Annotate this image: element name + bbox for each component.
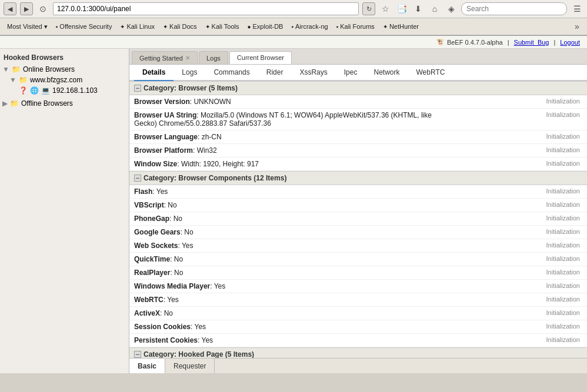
tab-current-browser[interactable]: Current Browser: [229, 51, 292, 64]
submit-bug-link[interactable]: Submit_Bug: [514, 39, 549, 46]
ip-item[interactable]: ❓ 🌐 💻 192.168.1.103: [0, 85, 129, 96]
kali-forums-icon: ▪: [336, 24, 339, 30]
tab-ipec[interactable]: Ipec: [336, 65, 366, 81]
expand-icon: ▶: [2, 99, 8, 108]
field-name: Flash: [134, 187, 152, 196]
bookmark-star-icon[interactable]: ☆: [379, 2, 392, 15]
history-icon: ⊙: [36, 2, 49, 15]
field-name: Web Sockets: [134, 242, 178, 250]
tag-cell: Initialization: [450, 130, 587, 144]
tag-cell: Initialization: [450, 109, 587, 130]
table-row: Browser Version: UNKNOWNInitialization: [129, 95, 587, 109]
category-header-hooked_page: − Category: Hooked Page (5 Items): [129, 347, 587, 358]
more-bookmarks-icon[interactable]: »: [571, 20, 583, 33]
aircrack-ng-icon: ▪: [291, 24, 294, 30]
collapse-icon[interactable]: −: [134, 85, 141, 92]
bookmark-kali-tools[interactable]: ✦ Kali Tools: [202, 22, 243, 31]
offline-folder-icon: 📁: [10, 99, 19, 108]
tag-cell: Initialization: [450, 144, 587, 158]
logout-link[interactable]: Logout: [560, 39, 580, 46]
table-row: PhoneGap: NoInitialization: [129, 212, 587, 226]
bottom-tab-requester[interactable]: Requester: [165, 359, 215, 373]
detail-content: − Category: Browser (5 Items)Browser Ver…: [129, 81, 587, 358]
category-label: Category: Browser Components (12 Items): [144, 174, 286, 182]
ip-label: 192.168.1.103: [52, 86, 98, 95]
domain-label: www.bfzgsz.com: [30, 76, 82, 84]
bookmark-list-icon[interactable]: 📑: [395, 2, 408, 15]
sidebar: Hooked Browsers ▼ 📁 Online Browsers ▼ 📁 …: [0, 49, 129, 373]
tab-logs[interactable]: Logs: [174, 65, 205, 81]
tab-network[interactable]: Network: [365, 65, 408, 81]
tab-bar: Getting Started ✕ Logs Current Browser: [129, 49, 587, 65]
bookmark-kali-forums[interactable]: ▪ Kali Forums: [333, 22, 378, 31]
online-browsers-item[interactable]: ▼ 📁 Online Browsers: [0, 64, 129, 75]
most-visited-label: Most Visited ▾: [7, 23, 48, 31]
tab-commands[interactable]: Commands: [205, 65, 258, 81]
field-name: Session Cookies: [134, 323, 191, 331]
field-cell: Persistent Cookies: Yes: [129, 334, 450, 347]
most-visited-button[interactable]: Most Visited ▾: [4, 22, 51, 32]
tag-cell: Initialization: [450, 239, 587, 253]
tag-cell: Initialization: [450, 212, 587, 226]
tab-details[interactable]: Details: [134, 65, 174, 81]
collapse-icon[interactable]: −: [134, 175, 141, 182]
bottom-tab-basic[interactable]: Basic: [129, 359, 165, 373]
table-row: Browser Language: zh-CNInitialization: [129, 130, 587, 144]
back-button[interactable]: ◀: [4, 2, 16, 15]
bookmark-aircrack-ng[interactable]: ▪ Aircrack-ng: [288, 22, 331, 31]
field-name: Window Size: [134, 160, 177, 168]
collapse-icon[interactable]: −: [134, 351, 141, 358]
download-icon[interactable]: ⬇: [412, 2, 425, 15]
forward-button[interactable]: ▶: [20, 2, 33, 15]
field-name: PhoneGap: [134, 215, 169, 223]
tab-webrtc[interactable]: WebRTC: [408, 65, 453, 81]
beef-header: 🐮 BeEF 0.4.7.0-alpha | Submit_Bug | Logo…: [0, 36, 587, 49]
beef-separator2: |: [553, 39, 555, 46]
kali-docs-icon: ✦: [163, 24, 168, 30]
home-icon[interactable]: ⌂: [428, 2, 441, 15]
exploit-db-icon: ●: [247, 24, 251, 30]
tab-rider[interactable]: Rider: [258, 65, 292, 81]
offensive-security-icon: ▪: [56, 24, 58, 30]
bookmark-nethunter[interactable]: ✦ NetHunter: [379, 22, 422, 31]
reload-button[interactable]: ↻: [362, 2, 375, 15]
table-row: ActiveX: NoInitialization: [129, 307, 587, 320]
content-area: Getting Started ✕ Logs Current Browser D…: [129, 49, 587, 373]
browser-icon: 🌐: [30, 86, 39, 95]
nethunter-icon: ✦: [383, 24, 388, 30]
tag-cell: Initialization: [450, 266, 587, 280]
sidebar-title: Hooked Browsers: [0, 51, 129, 64]
domain-folder-icon: 📁: [19, 76, 28, 84]
field-name: WebRTC: [134, 296, 164, 304]
tab-getting-started[interactable]: Getting Started ✕: [132, 51, 198, 64]
bookmark-offensive-security[interactable]: ▪ Offensive Security: [52, 22, 116, 31]
bookmark-label: Exploit-DB: [253, 23, 284, 30]
offline-browsers-item[interactable]: ▶ 📁 Offline Browsers: [0, 98, 129, 109]
search-input[interactable]: [461, 2, 567, 15]
url-input[interactable]: [53, 2, 359, 15]
table-row: Session Cookies: YesInitialization: [129, 320, 587, 334]
tab-getting-started-close[interactable]: ✕: [185, 55, 190, 61]
bottom-tab-bar: Basic Requester: [129, 358, 587, 373]
table-row: WebRTC: YesInitialization: [129, 293, 587, 307]
field-cell: Flash: Yes: [129, 185, 450, 199]
tab-logs[interactable]: Logs: [199, 51, 228, 64]
domain-item[interactable]: ▼ 📁 www.bfzgsz.com: [0, 75, 129, 85]
table-row: Persistent Cookies: YesInitialization: [129, 334, 587, 347]
bookmark-kali-docs[interactable]: ✦ Kali Docs: [159, 22, 200, 31]
tag-cell: Initialization: [450, 280, 587, 293]
question-icon: ❓: [19, 86, 28, 95]
bookmark-label: Kali Forums: [340, 23, 375, 30]
pocket-icon[interactable]: ◈: [445, 2, 458, 15]
tag-cell: Initialization: [450, 185, 587, 199]
table-row: Flash: YesInitialization: [129, 185, 587, 199]
table-row: Web Sockets: YesInitialization: [129, 239, 587, 253]
bookmark-kali-linux[interactable]: ✦ Kali Linux: [116, 22, 158, 31]
beef-separator1: |: [508, 39, 509, 46]
tag-cell: Initialization: [450, 226, 587, 239]
field-cell: VBScript: No: [129, 199, 450, 212]
menu-icon[interactable]: ☰: [571, 2, 583, 15]
bookmark-label: Kali Docs: [169, 23, 196, 30]
bookmark-exploit-db[interactable]: ● Exploit-DB: [244, 22, 286, 31]
tab-xssrays[interactable]: XssRays: [291, 65, 335, 81]
